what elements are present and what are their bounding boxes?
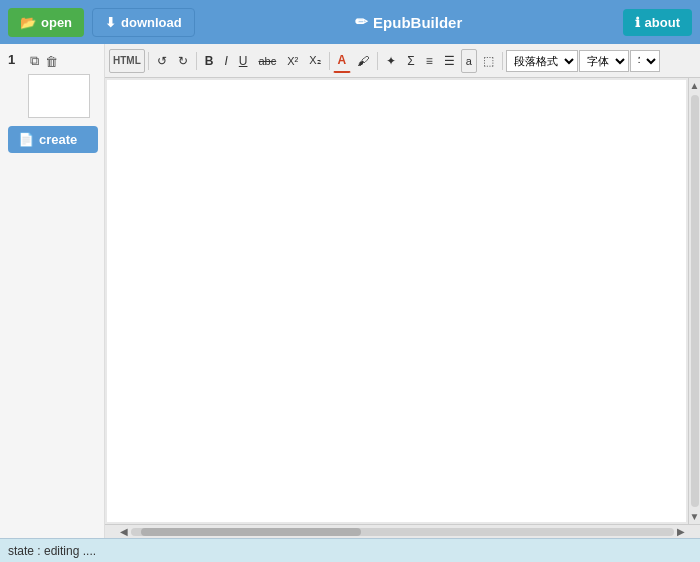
app-title: ✏ EpubBuilder [355,13,462,31]
toolbar-separator-3 [329,52,330,70]
folder-icon: 📂 [20,15,36,30]
editor-content[interactable] [107,80,686,522]
clear-format-icon: ✦ [386,54,396,68]
open-label: open [41,15,72,30]
about-button[interactable]: ℹ about [623,9,692,36]
statusbar: state : editing .... [0,538,700,562]
main-area: 1 ⧉ 🗑 📄 create HTML ↺ ↻ [0,44,700,538]
unordered-list-icon: ☰ [444,54,455,68]
html-button[interactable]: HTML [109,49,145,73]
undo-button[interactable]: ↺ [152,49,172,73]
info-icon: ℹ [635,15,640,30]
status-text: state : editing .... [8,544,96,558]
paragraph-format-select[interactable]: 段落格式 [506,50,578,72]
vertical-scrollbar[interactable]: ▲ ▼ [688,78,700,524]
italic-button[interactable]: I [219,49,232,73]
editor-inner-wrap: ▲ ▼ [105,78,700,524]
bold-label: B [205,54,214,68]
chapter-preview [28,74,90,118]
superscript-button[interactable]: X² [282,49,303,73]
delete-chapter-button[interactable]: 🗑 [43,53,60,70]
editor-toolbar: HTML ↺ ↻ B I U abc X² [105,44,700,78]
vscroll-track [691,95,699,507]
copy-chapter-button[interactable]: ⧉ [28,52,41,70]
ordered-list-button[interactable]: ≡ [421,49,438,73]
font-color-button[interactable]: A [333,49,352,73]
toolbar-separator-4 [377,52,378,70]
download-icon: ⬇ [105,15,116,30]
undo-icon: ↺ [157,54,167,68]
app-title-text: EpubBuilder [373,14,462,31]
anchor-label: a [466,55,472,67]
chapter-number: 1 [8,52,24,67]
editor-area: HTML ↺ ↻ B I U abc X² [105,44,700,538]
vscroll-up-arrow[interactable]: ▲ [690,78,700,93]
anchor-button[interactable]: a [461,49,477,73]
formula-button[interactable]: Σ [402,49,419,73]
highlight-button[interactable]: 🖌 [352,49,374,73]
hscroll-right-arrow[interactable]: ▶ [674,526,688,537]
font-family-select[interactable]: 字体 [579,50,629,72]
bold-button[interactable]: B [200,49,219,73]
superscript-label: X² [287,55,298,67]
toolbar-separator-5 [502,52,503,70]
sidebar: 1 ⧉ 🗑 📄 create [0,44,105,538]
download-label: download [121,15,182,30]
insert-button[interactable]: ⬚ [478,49,499,73]
create-label: create [39,132,77,147]
font-color-label: A [338,53,347,67]
redo-icon: ↻ [178,54,188,68]
hscroll-left-arrow[interactable]: ◀ [117,526,131,537]
font-size-select[interactable]: 字 [630,50,660,72]
topbar-left: 📂 open ⬇ download [8,8,195,37]
toolbar-separator-1 [148,52,149,70]
italic-label: I [224,54,227,68]
download-button[interactable]: ⬇ download [92,8,195,37]
formula-label: Σ [407,54,414,68]
underline-label: U [239,54,248,68]
chapter-item: 1 ⧉ 🗑 [8,52,96,118]
create-button[interactable]: 📄 create [8,126,98,153]
chapter-actions: ⧉ 🗑 [28,52,90,70]
highlight-icon: 🖌 [357,54,369,68]
strikethrough-button[interactable]: abc [253,49,281,73]
unordered-list-button[interactable]: ☰ [439,49,460,73]
underline-button[interactable]: U [234,49,253,73]
about-label: about [645,15,680,30]
redo-button[interactable]: ↻ [173,49,193,73]
toolbar-separator-2 [196,52,197,70]
insert-icon: ⬚ [483,54,494,68]
open-button[interactable]: 📂 open [8,8,84,37]
subscript-label: X₂ [309,54,320,67]
hscroll-track [131,528,674,536]
vscroll-down-arrow[interactable]: ▼ [690,509,700,524]
clear-format-button[interactable]: ✦ [381,49,401,73]
hscroll-thumb[interactable] [141,528,361,536]
subscript-button[interactable]: X₂ [304,49,325,73]
html-label: HTML [113,55,141,66]
topbar: 📂 open ⬇ download ✏ EpubBuilder ℹ about [0,0,700,44]
strikethrough-label: abc [258,55,276,67]
horizontal-scrollbar[interactable]: ◀ ▶ [105,524,700,538]
file-icon: 📄 [18,132,34,147]
app-logo-icon: ✏ [355,13,368,31]
ordered-list-icon: ≡ [426,54,433,68]
